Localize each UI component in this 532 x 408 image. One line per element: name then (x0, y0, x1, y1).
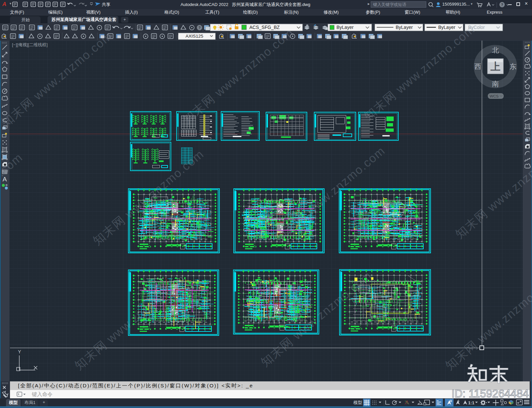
svg-text:1:1: 1:1 (468, 400, 474, 405)
svg-text:西: 西 (474, 63, 481, 70)
svg-text:上: 上 (490, 61, 500, 72)
svg-text:北: 北 (492, 46, 499, 54)
svg-text:WCS: WCS (490, 94, 499, 98)
svg-text:南: 南 (492, 80, 499, 88)
svg-text:Y: Y (18, 349, 21, 354)
svg-text:模型: 模型 (353, 400, 362, 405)
svg-text:东: 东 (510, 63, 517, 70)
